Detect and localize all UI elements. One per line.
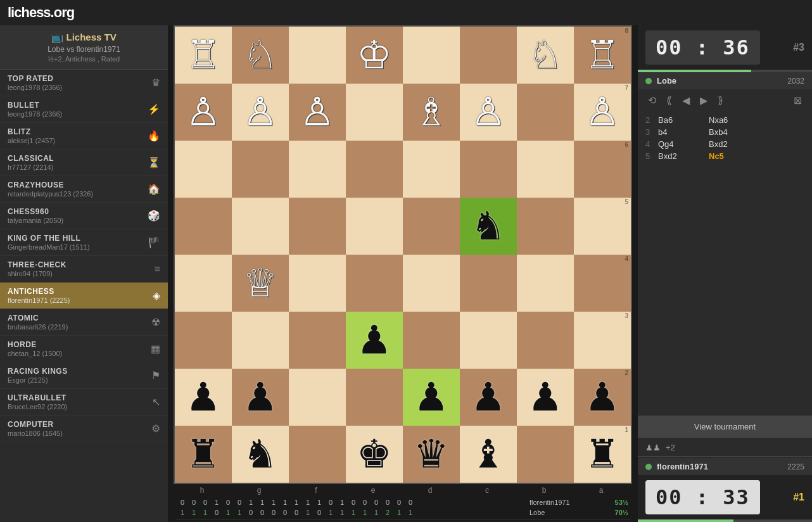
board-square[interactable]: ♙ <box>289 84 346 141</box>
view-tournament-button[interactable]: View tournament <box>638 416 812 438</box>
board-square[interactable]: ♙ <box>460 84 517 141</box>
board-square[interactable] <box>403 198 460 255</box>
board-square[interactable] <box>517 198 574 255</box>
sidebar-item-top-rated[interactable]: TOP RATED leong1978 (2366) ♛ <box>0 70 168 96</box>
board-square[interactable]: 3 <box>574 312 631 369</box>
board-square[interactable]: 4 <box>574 255 631 312</box>
board-square[interactable] <box>517 312 574 369</box>
sidebar-item-classical[interactable]: CLASSICAL fr77127 (2214) ⏳ <box>0 150 168 176</box>
board-square[interactable] <box>175 255 232 312</box>
board-square[interactable]: 6 <box>574 141 631 198</box>
move-black[interactable]: Bxb4 <box>709 127 759 137</box>
prev-move-btn[interactable]: ◀ <box>680 93 692 108</box>
board-square[interactable] <box>517 141 574 198</box>
board-square[interactable] <box>517 84 574 141</box>
flip-board-btn[interactable]: ⟲ <box>645 93 659 108</box>
board-square[interactable]: ♟ <box>175 369 232 426</box>
board-square[interactable]: ♜ <box>175 426 232 483</box>
board-square[interactable] <box>460 312 517 369</box>
board-square[interactable] <box>289 312 346 369</box>
sidebar-item-ultrabullet[interactable]: ULTRABULLET BruceLee92 (2220) ↖ <box>0 389 168 416</box>
black-piece: ♟ <box>186 378 221 417</box>
sidebar-item-horde[interactable]: HORDE chetan_12 (1500) ▦ <box>0 336 168 362</box>
board-square[interactable]: ♘ <box>232 27 289 84</box>
sidebar-item-antichess[interactable]: ANTICHESS florentin1971 (2225) ◈ <box>0 283 168 309</box>
sidebar-item-king-of-the-hill[interactable]: KING OF THE HILL GingerbreadMan17 (1511)… <box>0 229 168 256</box>
board-square[interactable] <box>175 141 232 198</box>
board-square[interactable] <box>460 141 517 198</box>
board-square[interactable]: ♟ <box>346 312 403 369</box>
board-square[interactable]: ♕ <box>232 255 289 312</box>
board-square[interactable] <box>346 198 403 255</box>
board-square[interactable] <box>232 312 289 369</box>
board-square[interactable]: ♘ <box>517 27 574 84</box>
move-white[interactable]: Ba6 <box>658 115 709 125</box>
stat-number: 2 <box>383 509 393 516</box>
board-square[interactable] <box>232 141 289 198</box>
board-square[interactable]: 5 <box>574 198 631 255</box>
board-square[interactable] <box>289 369 346 426</box>
move-white[interactable]: Qg4 <box>658 139 709 149</box>
board-square[interactable] <box>289 198 346 255</box>
move-black[interactable]: Nc5 <box>709 151 724 161</box>
board-square[interactable] <box>346 255 403 312</box>
board-square[interactable]: ♟ <box>517 369 574 426</box>
board-square[interactable] <box>175 198 232 255</box>
move-black[interactable]: Bxd2 <box>709 139 759 149</box>
move-white[interactable]: b4 <box>658 127 709 137</box>
sidebar-item-blitz[interactable]: BLITZ aleksej1 (2457) 🔥 <box>0 123 168 150</box>
board-square[interactable]: ♙7 <box>574 84 631 141</box>
board-square[interactable] <box>460 27 517 84</box>
board-square[interactable] <box>232 198 289 255</box>
board-square[interactable] <box>289 426 346 483</box>
board-square[interactable] <box>289 141 346 198</box>
board-square[interactable] <box>289 255 346 312</box>
rank-label: 5 <box>625 199 628 205</box>
board-square[interactable] <box>517 426 574 483</box>
sidebar-item-three-check[interactable]: THREE-CHECK shiro94 (1709) ≡ <box>0 256 168 283</box>
board-square[interactable] <box>289 27 346 84</box>
board-square[interactable] <box>517 255 574 312</box>
board-square[interactable]: ♖ <box>175 27 232 84</box>
board-square[interactable]: ♟ <box>232 369 289 426</box>
board-square[interactable]: ♙ <box>175 84 232 141</box>
board-square[interactable]: ♔ <box>346 27 403 84</box>
move-white[interactable]: Bxd2 <box>658 151 709 161</box>
move-black[interactable]: Nxa6 <box>709 115 759 125</box>
board-square[interactable] <box>346 141 403 198</box>
board-square[interactable] <box>460 255 517 312</box>
board-square[interactable]: ♜1 <box>574 426 631 483</box>
sidebar-item-atomic[interactable]: ATOMIC brubasarli26 (2219) ☢ <box>0 309 168 336</box>
board-square[interactable]: ♙ <box>232 84 289 141</box>
board-square[interactable]: ♛ <box>403 426 460 483</box>
board-square[interactable] <box>346 369 403 426</box>
board-square[interactable] <box>346 84 403 141</box>
next-move-btn[interactable]: ▶ <box>697 93 710 108</box>
board-square[interactable] <box>403 141 460 198</box>
board-square[interactable]: ♝ <box>460 426 517 483</box>
board-square[interactable] <box>403 255 460 312</box>
board-square[interactable]: ♟ <box>460 369 517 426</box>
board-square[interactable]: ♖8 <box>574 27 631 84</box>
site-logo[interactable]: lichess.org <box>8 4 74 21</box>
first-move-btn[interactable]: ⟪ <box>664 93 675 108</box>
sidebar-item-chess960[interactable]: CHESS960 talyamania (2050) 🎲 <box>0 203 168 229</box>
last-move-btn[interactable]: ⟫ <box>715 93 726 108</box>
board-square[interactable]: ♟2 <box>574 369 631 426</box>
sidebar-item-crazyhouse[interactable]: CRAZYHOUSE retardedplatypus123 (2326) 🏠 <box>0 176 168 203</box>
board-square[interactable]: ♞ <box>460 198 517 255</box>
sidebar-item-computer[interactable]: COMPUTER mario1806 (1645) ⚙ <box>0 416 168 442</box>
rank-label: 3 <box>625 313 628 319</box>
board-square[interactable] <box>403 312 460 369</box>
sidebar-item-racing-kings[interactable]: RACING KINGS Esgor (2125) ⚑ <box>0 362 168 389</box>
board-square[interactable] <box>175 312 232 369</box>
board-square[interactable] <box>403 27 460 84</box>
board-square[interactable]: ♞ <box>232 426 289 483</box>
stat-number: 0 <box>269 509 279 516</box>
board-square[interactable]: ♗ <box>403 84 460 141</box>
sidebar-item-bullet[interactable]: BULLET leong1978 (2366) ⚡ <box>0 96 168 123</box>
extra-btn[interactable]: ⊠ <box>791 93 804 108</box>
board-square[interactable]: ♚ <box>346 426 403 483</box>
white-piece: ♘ <box>243 35 278 75</box>
board-square[interactable]: ♟ <box>403 369 460 426</box>
